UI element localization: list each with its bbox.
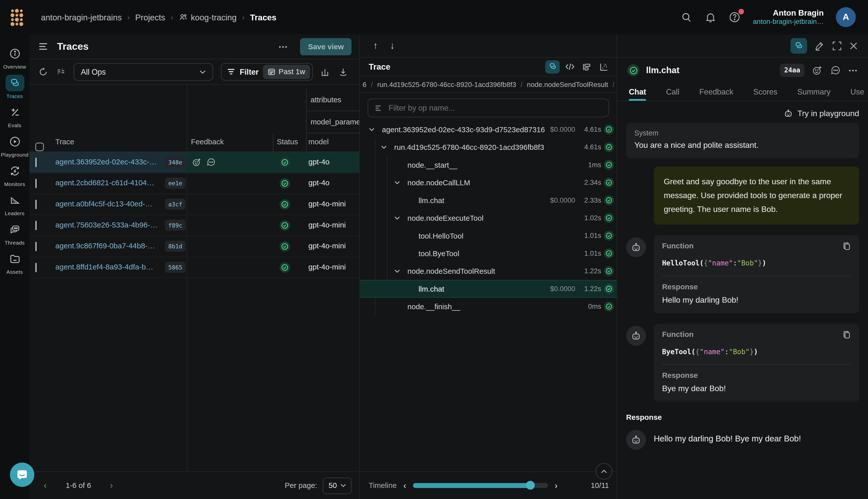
copy-icon[interactable] — [843, 242, 851, 251]
row-checkbox[interactable] — [35, 200, 36, 209]
breadcrumb-project[interactable]: koog-tracing — [179, 13, 237, 22]
comment-icon[interactable] — [206, 158, 216, 167]
chevron-down-icon[interactable] — [394, 269, 400, 273]
per-page-select[interactable]: 50 — [323, 477, 351, 494]
tree-row-selected[interactable]: llm.chat $0.0000 1.22s — [360, 280, 617, 297]
user-menu[interactable]: Anton Bragin anton-bragin-jetbrain… — [753, 8, 824, 26]
tree-row[interactable]: tool.HelloTool 1.01s — [360, 227, 617, 244]
col-header-model[interactable]: model — [309, 138, 329, 146]
comment-icon[interactable] — [831, 65, 841, 76]
notifications-bell-icon[interactable] — [705, 11, 716, 23]
trace-link[interactable]: agent.a0bf4c5f-dc13-40ed-… — [55, 200, 153, 208]
export-download-icon[interactable] — [338, 66, 348, 77]
group-header-model-parameters[interactable]: model_paramet — [306, 111, 359, 133]
fullscreen-icon[interactable] — [832, 41, 842, 51]
table-row[interactable]: agent.363952ed-02ec-433c-… 348e gpt-4o — [29, 152, 359, 173]
sidebar-item-monitors[interactable]: Monitors — [0, 163, 29, 187]
metrics-chart-icon[interactable] — [321, 66, 331, 77]
row-checkbox[interactable] — [35, 179, 36, 188]
copy-icon[interactable] — [843, 330, 851, 339]
sidebar-item-overview[interactable]: Overview — [0, 45, 29, 70]
col-header-feedback[interactable]: Feedback — [191, 138, 224, 146]
sidebar-item-evals[interactable]: Evals — [0, 104, 29, 129]
table-row[interactable]: agent.2cbd6821-c61d-4104… ee1e gpt-4o — [29, 173, 359, 194]
view-scatter-button[interactable] — [597, 60, 611, 73]
view-code-button[interactable] — [563, 60, 577, 73]
trace-link[interactable]: agent.363952ed-02ec-433c-… — [55, 158, 157, 166]
trace-link[interactable]: agent.8ffd1ef4-8a93-4dfa-b… — [55, 263, 153, 271]
row-checkbox[interactable] — [35, 221, 36, 230]
crumb-run[interactable]: run.4d19c525-6780-46cc-8920-1acd396fb8f3 — [377, 81, 516, 88]
row-checkbox[interactable] — [35, 263, 36, 272]
breadcrumb-projects[interactable]: Projects — [135, 13, 165, 22]
help-icon[interactable] — [729, 11, 741, 23]
timeline-prev-icon[interactable]: ‹ — [397, 480, 413, 490]
overflow-menu-icon[interactable]: ••• — [279, 44, 288, 49]
chevron-down-icon[interactable] — [394, 216, 400, 220]
time-range-chip[interactable]: Past 1w — [263, 64, 310, 79]
select-all-checkbox[interactable] — [35, 143, 44, 151]
prev-trace-icon[interactable]: ↑ — [373, 40, 378, 51]
avatar[interactable]: A — [836, 7, 856, 27]
col-header-trace[interactable]: Trace — [55, 138, 74, 146]
tab-use[interactable]: Use — [851, 83, 864, 100]
tree-row[interactable]: node.nodeSendToolResult 1.22s — [360, 262, 617, 280]
table-row[interactable]: agent.9c867f69-0ba7-44b8-… 8b1d gpt-4o-m… — [29, 236, 359, 257]
add-reaction-icon[interactable] — [192, 158, 202, 167]
columns-settings-icon[interactable] — [56, 66, 66, 77]
support-chat-button[interactable] — [10, 463, 35, 487]
timeline-slider-knob[interactable] — [526, 481, 535, 490]
group-header-attributes[interactable]: attributes — [306, 89, 359, 111]
sidebar-item-traces[interactable]: Traces — [0, 75, 29, 99]
breadcrumb-entity[interactable]: anton-bragin-jetbrains — [41, 13, 122, 22]
tree-row[interactable]: node.nodeCallLLM 2.34s — [360, 174, 617, 191]
page-prev-icon[interactable]: ‹ — [39, 480, 51, 491]
add-reaction-icon[interactable] — [812, 65, 823, 76]
chevron-down-icon[interactable] — [369, 127, 375, 132]
crumb-node[interactable]: node.nodeSendToolResult — [527, 81, 608, 88]
collapse-panel-button[interactable] — [595, 463, 612, 480]
panel-menu-icon[interactable] — [38, 42, 48, 51]
page-next-icon[interactable]: › — [105, 480, 118, 491]
tab-feedback[interactable]: Feedback — [699, 83, 733, 100]
tab-scores[interactable]: Scores — [753, 83, 777, 100]
search-icon[interactable] — [681, 11, 692, 23]
tree-row[interactable]: agent.363952ed-02ec-433c-93d9-d7523ed873… — [360, 121, 617, 138]
call-id-badge[interactable]: 24aa — [780, 64, 805, 77]
row-checkbox[interactable] — [35, 242, 36, 251]
table-row[interactable]: agent.8ffd1ef4-8a93-4dfa-b… 5865 gpt-4o-… — [29, 257, 359, 278]
timeline-slider[interactable] — [413, 483, 548, 488]
sidebar-item-playground[interactable]: Playground — [0, 133, 29, 158]
sidebar-item-assets[interactable]: Assets — [0, 251, 29, 275]
sidebar-item-leaders[interactable]: Leaders — [0, 192, 29, 217]
tree-row[interactable]: llm.chat $0.0000 2.33s — [360, 192, 617, 209]
call-overflow-menu-icon[interactable]: ••• — [849, 67, 858, 73]
ops-filter-dropdown[interactable]: All Ops — [74, 63, 213, 81]
trace-link[interactable]: agent.75603e26-533a-4b96-… — [55, 221, 157, 229]
wandb-logo-icon[interactable] — [10, 8, 23, 26]
tab-call[interactable]: Call — [666, 83, 679, 100]
breadcrumb-traces[interactable]: Traces — [250, 13, 276, 22]
col-header-status[interactable]: Status — [277, 138, 298, 146]
tree-row[interactable]: node.nodeExecuteTool 1.02s — [360, 209, 617, 227]
row-checkbox[interactable] — [35, 158, 36, 167]
try-in-playground-button[interactable]: Try in playground — [626, 108, 859, 118]
timeline-next-icon[interactable]: › — [548, 480, 564, 490]
open-trace-view-button[interactable] — [791, 38, 807, 53]
sidebar-item-threads[interactable]: Threads — [0, 221, 29, 246]
trace-link[interactable]: agent.2cbd6821-c61d-4104… — [55, 179, 154, 187]
tree-row[interactable]: node.__finish__ 0ms — [360, 297, 617, 315]
tab-chat[interactable]: Chat — [629, 83, 646, 100]
table-row[interactable]: agent.75603e26-533a-4b96-… f89c gpt-4o-m… — [29, 215, 359, 236]
next-trace-icon[interactable]: ↓ — [390, 40, 395, 51]
chevron-down-icon[interactable] — [381, 145, 387, 149]
edit-pencil-icon[interactable] — [815, 40, 825, 51]
save-view-button[interactable]: Save view — [300, 38, 352, 55]
op-filter-input[interactable] — [389, 104, 602, 112]
close-icon[interactable] — [849, 41, 858, 50]
filter-group[interactable]: Filter Past 1w — [221, 63, 313, 81]
tree-row[interactable]: run.4d19c525-6780-46cc-8920-1acd396fb8f3… — [360, 138, 617, 156]
refresh-icon[interactable] — [38, 66, 48, 77]
trace-link[interactable]: agent.9c867f69-0ba7-44b8-… — [55, 242, 155, 250]
tree-row[interactable]: node.__start__ 1ms — [360, 156, 617, 174]
